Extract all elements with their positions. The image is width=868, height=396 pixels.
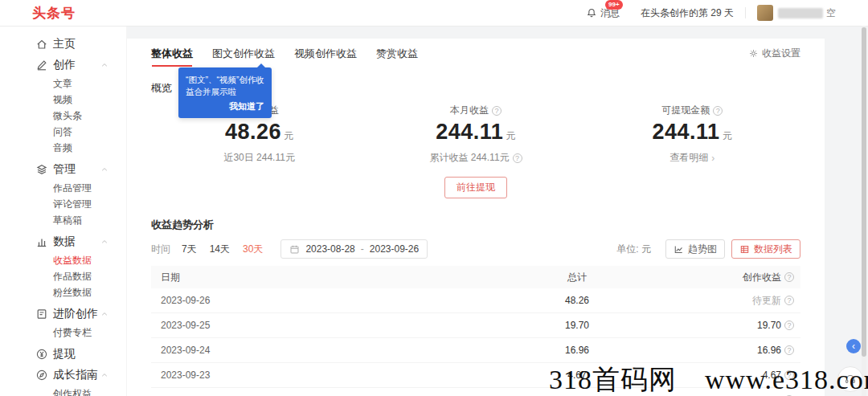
- chevron-up-icon[interactable]: [100, 310, 108, 318]
- sidebar-subitem[interactable]: 问答: [0, 124, 126, 140]
- tab-2[interactable]: 视频创作收益: [294, 47, 357, 68]
- sidebar-group-guide: 成长指南 创作权益: [0, 365, 126, 396]
- tooltip-confirm-button[interactable]: 我知道了: [186, 100, 264, 112]
- earnings-panel: 整体收益图文创作收益视频创作收益赞赏收益 收益设置 概览 “图文”、“视频”创作…: [127, 39, 825, 396]
- sidebar-item-label: 成长指南: [53, 368, 98, 382]
- app-logo[interactable]: 头条号: [32, 4, 76, 22]
- stat-subtext: 近30日 244.11元: [151, 151, 367, 165]
- chevron-up-icon[interactable]: [100, 61, 108, 69]
- sidebar-item-guide[interactable]: 成长指南: [0, 365, 126, 386]
- document-icon: [35, 308, 48, 320]
- sidebar-group-withdraw: 提现: [0, 344, 126, 365]
- collapse-widget-button[interactable]: ‹: [846, 339, 861, 353]
- creation-days-text: 在头条创作的第 29 天: [641, 6, 734, 20]
- view-toggle-buttons: 趋势图 数据列表: [665, 239, 800, 259]
- sidebar-subitem[interactable]: 付费专栏: [0, 325, 126, 341]
- sidebar-item-manage[interactable]: 管理: [0, 159, 126, 180]
- trend-section-title: 收益趋势分析: [151, 218, 800, 232]
- sidebar-subitem[interactable]: 作品数据: [0, 268, 126, 284]
- chevron-up-icon[interactable]: [100, 165, 108, 174]
- user-avatar[interactable]: [757, 5, 773, 21]
- tab-3[interactable]: 赞赏收益: [376, 47, 418, 68]
- range-buttons: 7天14天30天: [182, 243, 276, 256]
- column-header-date: 日期: [151, 271, 497, 284]
- chevron-up-icon[interactable]: [100, 238, 108, 246]
- bell-icon: [586, 7, 597, 18]
- sidebar-group-create: 创作 文章视频微头条问答音频: [0, 55, 126, 159]
- sidebar-subitem[interactable]: 视频: [0, 92, 126, 108]
- table-header-row: 日期 总计 创作收益?: [151, 266, 800, 288]
- tab-0[interactable]: 整体收益: [151, 47, 193, 68]
- compass-icon: [35, 369, 48, 382]
- date-separator: -: [361, 243, 364, 255]
- go-withdraw-button[interactable]: 前往提现: [444, 177, 507, 198]
- sidebar-item-label: 主页: [53, 37, 76, 51]
- info-icon: ?: [784, 345, 794, 355]
- top-header: 头条号 消息 99+ 在头条创作的第 29 天 空: [0, 0, 868, 27]
- sidebar-item-label: 数据: [53, 235, 76, 249]
- merge-notice-tooltip: “图文”、“视频”创作收益合并展示啦 我知道了: [178, 67, 272, 118]
- cell-total: 19.70: [497, 320, 657, 331]
- date-end: 2023-09-26: [370, 243, 419, 255]
- table-row[interactable]: 2023-09-26 48.26 待更新?: [151, 288, 800, 313]
- home-icon: [35, 38, 48, 51]
- sidebar-item-withdraw[interactable]: 提现: [0, 344, 126, 365]
- date-range-picker[interactable]: 2023-08-28 - 2023-09-26: [280, 239, 428, 259]
- sidebar-subitem[interactable]: 音频: [0, 140, 126, 156]
- sidebar-subitem[interactable]: 粉丝数据: [0, 284, 126, 300]
- sidebar-subitem[interactable]: 收益数据: [0, 252, 126, 268]
- sidebar-item-advanced[interactable]: 进阶创作: [0, 304, 126, 325]
- sidebar-group-manage: 管理 作品管理评论管理草稿箱: [0, 159, 126, 231]
- main-area: 整体收益图文创作收益视频创作收益赞赏收益 收益设置 概览 “图文”、“视频”创作…: [127, 26, 868, 396]
- sidebar-subitem[interactable]: 评论管理: [0, 196, 126, 212]
- sidebar-subitem[interactable]: 文章: [0, 76, 126, 92]
- header-divider: [745, 7, 746, 18]
- info-icon: ?: [784, 272, 794, 282]
- chevron-up-icon[interactable]: [100, 371, 108, 379]
- sidebar-subitem[interactable]: 草稿箱: [0, 212, 126, 228]
- table-row[interactable]: 2023-09-24 16.96 16.96?: [151, 338, 800, 363]
- date-start: 2023-08-28: [305, 243, 354, 255]
- sidebar-subitem[interactable]: 作品管理: [0, 180, 126, 196]
- page-scrollbar-thumb[interactable]: [862, 27, 866, 357]
- sidebar-subitem[interactable]: 创作权益: [0, 386, 126, 396]
- trend-filter-row: 时间 7天14天30天 2023-08-28 - 2023-09-26 单位: …: [151, 239, 800, 259]
- column-header-creation: 创作收益?: [657, 271, 800, 284]
- messages-button[interactable]: 消息 99+: [586, 6, 620, 20]
- sidebar-submenu: 收益数据作品数据粉丝数据: [0, 252, 126, 304]
- stat-label: 可提现金额: [661, 104, 710, 117]
- sidebar-item-label: 管理: [53, 162, 76, 177]
- sidebar-item-label: 提现: [53, 347, 76, 361]
- sidebar-item-label: 进阶创作: [53, 307, 98, 321]
- time-filter-label: 时间: [151, 243, 170, 256]
- sidebar-item-create[interactable]: 创作: [0, 55, 126, 76]
- range-button-30天[interactable]: 30天: [243, 243, 263, 255]
- cell-creation: 19.70?: [657, 320, 800, 331]
- cell-total: 16.96: [497, 345, 657, 356]
- unit-label: 单位: 元: [616, 243, 651, 256]
- table-row[interactable]: 2023-09-25 19.70 19.70?: [151, 313, 800, 338]
- stat-card: 本月收益 ? 244.11元 累计收益 244.11元 ?: [367, 104, 583, 165]
- sidebar-group-advanced: 进阶创作 付费专栏: [0, 304, 126, 344]
- sidebar-subitem[interactable]: 微头条: [0, 108, 126, 124]
- earnings-settings-button[interactable]: 收益设置: [748, 47, 800, 60]
- tab-1[interactable]: 图文创作收益: [212, 47, 275, 68]
- info-icon: ?: [513, 153, 522, 163]
- sidebar-submenu: 创作权益: [0, 386, 126, 396]
- range-button-14天[interactable]: 14天: [210, 243, 230, 255]
- settings-label: 收益设置: [762, 47, 800, 60]
- earnings-tabs: 整体收益图文创作收益视频创作收益赞赏收益 收益设置: [151, 39, 800, 68]
- sidebar-item-home[interactable]: 主页: [0, 34, 126, 55]
- stat-value: 244.11元: [584, 120, 800, 145]
- view-button-1[interactable]: 数据列表: [731, 239, 800, 259]
- sidebar-item-data[interactable]: 数据: [0, 231, 126, 252]
- cell-creation: 16.96?: [657, 345, 800, 356]
- view-detail-link[interactable]: 查看明细 ›: [584, 151, 800, 165]
- view-button-0[interactable]: 趋势图: [665, 239, 725, 259]
- messages-count-badge: 99+: [605, 0, 623, 10]
- range-button-7天[interactable]: 7天: [182, 243, 197, 255]
- sidebar-submenu: 文章视频微头条问答音频: [0, 76, 126, 159]
- watermark-text: 318首码网 www.e318.com: [549, 361, 868, 396]
- stat-subtext: 累计收益 244.11元 ?: [367, 151, 583, 165]
- stat-value: 48.26元: [151, 120, 367, 145]
